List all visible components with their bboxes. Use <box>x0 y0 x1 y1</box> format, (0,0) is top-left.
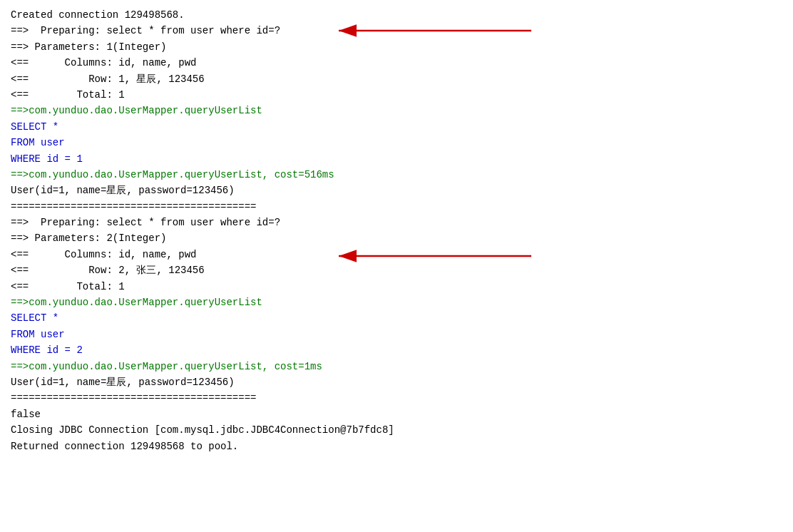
console-line: WHERE id = 2 <box>11 342 782 358</box>
console-line: User(id=1, name=星辰, password=123456) <box>11 183 782 198</box>
console-line: ==> Preparing: select * from user where … <box>11 215 782 230</box>
arrow-1 <box>335 22 535 39</box>
console-line: SELECT * <box>11 119 782 135</box>
console-line: ==> Parameters: 2(Integer) <box>11 230 782 246</box>
arrow-2 <box>335 247 535 265</box>
console-output: Created connection 129498568. ==> Prepar… <box>11 7 782 454</box>
console-line: Created connection 129498568. <box>11 7 782 23</box>
console-line: false <box>11 406 782 422</box>
console-line: <== Row: 1, 星辰, 123456 <box>11 71 782 87</box>
console-line: ==>com.yunduo.dao.UserMapper.queryUserLi… <box>11 295 782 310</box>
console-line: ==>com.yunduo.dao.UserMapper.queryUserLi… <box>11 103 782 118</box>
console-line-from-user-2: FROM user <box>11 327 782 342</box>
console-line: ==>com.yunduo.dao.UserMapper.queryUserLi… <box>11 167 782 183</box>
console-line: <== Columns: id, name, pwd <box>11 55 782 71</box>
console-line: ==> Parameters: 1(Integer) <box>11 39 782 55</box>
console-line: SELECT * <box>11 310 782 326</box>
console-line-from-user-1: FROM user <box>11 135 782 150</box>
console-line: WHERE id = 1 <box>11 151 782 167</box>
console-line: <== Row: 2, 张三, 123456 <box>11 262 782 278</box>
console-line: User(id=1, name=星辰, password=123456) <box>11 374 782 390</box>
console-line: Closing JDBC Connection [com.mysql.jdbc.… <box>11 422 782 438</box>
console-line: Returned connection 129498568 to pool. <box>11 439 782 454</box>
console-line: <== Total: 1 <box>11 279 782 295</box>
console-line: <== Total: 1 <box>11 87 782 103</box>
console-line: ==>com.yunduo.dao.UserMapper.queryUserLi… <box>11 359 782 374</box>
console-line: ========================================… <box>11 199 782 215</box>
console-line: ========================================… <box>11 390 782 406</box>
